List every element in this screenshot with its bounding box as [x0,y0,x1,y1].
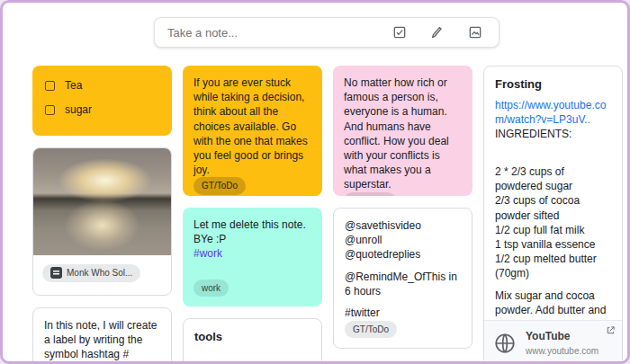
preview-url: www.youtube.com [526,345,598,358]
new-drawing-brush-icon[interactable] [430,25,445,40]
youtube-recipe-link[interactable]: https://www.youtube.com/watch?v=LP3uV.. [495,99,606,126]
ingredient-line: 2/3 cups of cocoa powder sifted [495,193,611,222]
label-chip[interactable]: GT/ToDo [194,177,246,195]
keep-app-window: Take a note... Tea sugar [0,0,630,364]
note-twitter-bots[interactable]: @savethisvideo @unroll @quotedreplies @R… [333,208,472,349]
new-image-icon[interactable] [468,25,482,40]
take-a-note-placeholder[interactable]: Take a note... [167,26,238,40]
note-decision-advice[interactable]: If you are ever stuck while taking a dec… [183,66,322,196]
note-line: @unroll [345,233,461,247]
note-text: No matter how rich or famous a person is… [344,75,462,192]
ingredients-header: INGREDIENTS: [495,127,611,141]
checklist-item-label: Tea [65,78,82,93]
label-chip[interactable]: Monk Who Sol... [42,264,140,282]
checkbox-icon[interactable] [45,105,55,115]
note-superstar-advice[interactable]: No matter how rich or famous a person is… [333,66,472,196]
note-text: Let me delete this note. BYe :P [194,218,311,246]
spacer [345,262,461,270]
note-doc-icon [50,267,62,279]
ingredient-line: 1/2 cup melted butter (70gm) [495,252,611,280]
sunset-photo [33,148,171,255]
ingredient-line: 1 tsp vanilla essence [495,237,611,252]
spacer [495,141,611,164]
notes-board: Tea sugar Monk Who Sol... In this note, [32,66,623,364]
ingredient-line: 1/2 cup full fat milk [495,223,611,237]
note-text: In this note, I will create a label by w… [44,319,158,364]
note-hashtag-howto[interactable]: In this note, I will create a label by w… [32,307,172,364]
checklist-item: Tea [45,78,161,93]
preview-texts: YouTube www.youtube.com [526,329,598,358]
external-link-icon[interactable] [606,325,616,335]
checklist-item-label: sugar [65,102,92,117]
spacer [495,281,611,289]
notes-column-3: No matter how rich or famous a person is… [333,66,472,364]
new-list-checkbox-icon[interactable] [392,25,407,40]
checklist-item: sugar [45,102,161,117]
note-frosting-recipe[interactable]: Frosting https://www.youtube.com/watch?v… [483,66,623,364]
chip-row: GT/ToDo [194,177,311,195]
note-tools[interactable]: tools https://ezgif.com/crop [183,318,322,364]
checkbox-icon[interactable] [45,81,55,91]
note-sunset-image[interactable]: Monk Who Sol... [32,147,172,296]
note-line: @RemindMe_OfThis in 6 hours [345,270,461,298]
globe-icon [493,332,517,355]
youtube-link-preview-card[interactable]: YouTube www.youtube.com [484,320,622,364]
work-hashtag-link[interactable]: #work [194,246,311,261]
preview-title: YouTube [526,329,598,343]
note-line: @quotedreplies [345,247,461,262]
ingredient-line: 2 * 2/3 cups of powdered sugar [495,164,611,193]
notes-column-1: Tea sugar Monk Who Sol... In this note, [32,66,172,364]
note-title: Frosting [495,76,611,93]
chip-row: work [194,280,311,297]
note-line: #twitter [345,306,461,320]
notes-column-4: Frosting https://www.youtube.com/watch?v… [483,66,623,364]
note-text: If you are ever stuck while taking a dec… [194,75,311,177]
label-chip-text: Monk Who Sol... [67,267,132,280]
label-chip[interactable]: work [194,280,229,297]
take-a-note-composer[interactable]: Take a note... [154,17,500,48]
composer-actions [392,25,486,40]
note-delete-me[interactable]: Let me delete this note. BYe :P #work wo… [183,208,322,306]
spacer [194,351,310,364]
chip-row: GT/ToDo [345,321,461,339]
note-tea-checklist[interactable]: Tea sugar [32,66,172,136]
note-line: @savethisvideo [345,218,461,233]
image-note-footer: Monk Who Sol... [33,255,171,291]
chip-row: GT/ToDo [344,192,462,197]
note-title: tools [194,329,310,345]
spacer [345,298,461,306]
label-chip[interactable]: GT/ToDo [344,192,396,197]
label-chip[interactable]: GT/ToDo [345,321,397,339]
notes-column-2: If you are ever stuck while taking a dec… [183,66,322,364]
